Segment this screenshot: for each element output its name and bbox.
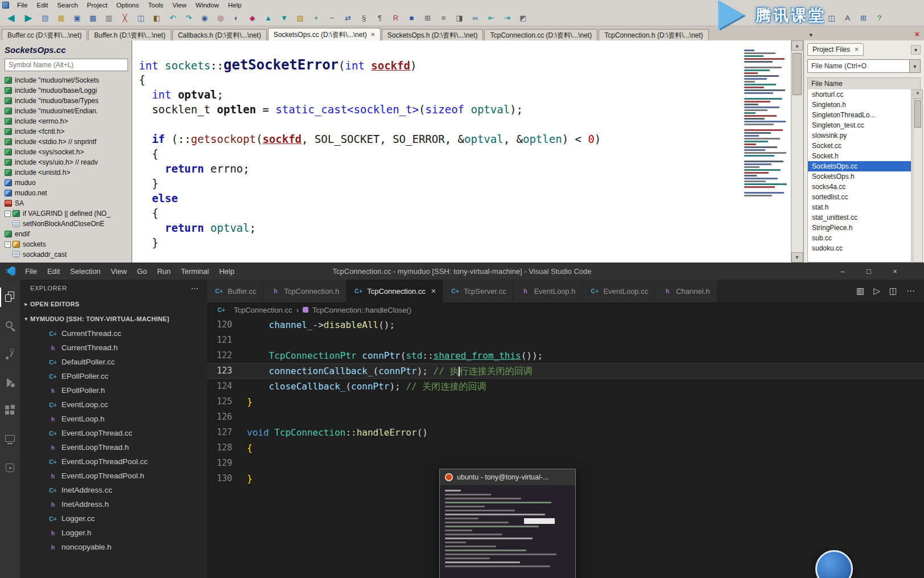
project-files-tab[interactable]: Project Files × <box>807 43 864 56</box>
menu-item-file[interactable]: File <box>20 267 42 276</box>
line-number[interactable]: 122 <box>207 348 232 363</box>
symbol-item[interactable]: include <sys/socket.h> <box>5 147 128 157</box>
open-project-icon[interactable]: ▧ <box>292 11 308 24</box>
explorer-file[interactable]: hnoncopyable.h <box>20 540 207 554</box>
save-icon[interactable]: ▣ <box>69 11 85 24</box>
scrollbar-thumb[interactable] <box>793 53 802 95</box>
breadcrumb[interactable]: C+ TcpConnection.cc › TcpConnection::han… <box>207 302 924 317</box>
save-all-icon[interactable]: ▩ <box>85 11 101 24</box>
explorer-file[interactable]: hEventLoopThreadPool.h <box>20 469 207 483</box>
find-in-files-icon[interactable]: ◎ <box>213 11 228 24</box>
source-control-icon[interactable] <box>0 340 20 368</box>
bookmark-icon[interactable]: ◆ <box>245 11 260 24</box>
file-tab[interactable]: TcpConnection.cc (D:\资料\...\net) <box>484 29 597 41</box>
code-line[interactable]: 122 TcpConnectionPtr connPtr(std::shared… <box>207 348 924 363</box>
symbol-item[interactable]: include <fcntl.h> <box>5 126 128 137</box>
close-tab-icon[interactable]: × <box>431 286 436 296</box>
line-number[interactable]: 128 <box>207 440 232 456</box>
forward-icon[interactable]: ▶ <box>20 11 37 24</box>
explorer-icon[interactable] <box>0 283 20 311</box>
menu-item-window[interactable]: Window <box>191 1 224 9</box>
code-line[interactable]: 127void TcpConnection::handleError() <box>207 425 924 440</box>
scroll-up-icon[interactable]: ▲ <box>791 40 803 51</box>
copy-icon[interactable]: ◫ <box>133 11 148 24</box>
file-name-column-header[interactable]: File Name <box>807 77 921 90</box>
project-file-row[interactable]: Singleton.h <box>808 100 911 110</box>
link-icon[interactable]: ∞ <box>468 11 483 24</box>
code-line[interactable]: 126 <box>207 409 924 425</box>
scroll-down-icon[interactable]: ▼ <box>791 252 803 263</box>
symbol-item[interactable]: muduo <box>5 178 128 188</box>
grid-icon[interactable]: ⊞ <box>856 11 871 24</box>
code-line[interactable]: } <box>139 235 601 250</box>
line-number[interactable]: 124 <box>207 379 232 394</box>
line-number[interactable]: 130 <box>207 471 232 486</box>
symbol-item[interactable]: muduo.net <box>5 188 128 198</box>
preview-title-bar[interactable]: ubuntu - tony@tony-virtual-... <box>440 469 575 486</box>
project-file-row[interactable]: sub.cc <box>808 233 911 243</box>
properties-icon[interactable]: ◩ <box>515 11 531 24</box>
symbol-item[interactable]: include "muduo/net/Endian. <box>5 106 128 116</box>
explorer-file[interactable]: hLogger.h <box>20 526 207 540</box>
code-line[interactable]: { <box>139 206 601 220</box>
symbol-item[interactable]: include "muduo/net/Sockets <box>5 75 128 85</box>
symbol-item[interactable]: −if VALGRIND || defined (NO_ <box>5 208 128 219</box>
explorer-file[interactable]: C+Logger.cc <box>20 511 207 526</box>
collapse-icon[interactable]: − <box>5 211 11 217</box>
code-line[interactable]: { <box>139 72 601 87</box>
project-file-row[interactable]: stat_unittest.cc <box>808 212 911 223</box>
si-code-editor[interactable]: int sockets::getSocketError(int sockfd){… <box>133 40 791 263</box>
add-to-project-icon[interactable]: + <box>308 11 324 24</box>
symbol-item[interactable]: sockaddr_cast <box>5 249 128 260</box>
run-debug-icon[interactable] <box>0 368 20 397</box>
symbol-item[interactable]: include <stdio.h> // snprintf <box>5 137 128 147</box>
paste-icon[interactable]: ◧ <box>149 11 164 24</box>
search-icon[interactable] <box>0 311 20 340</box>
editor-tab[interactable]: C+EventLoop.cc <box>583 280 655 302</box>
symbol-item[interactable]: include <errno.h> <box>5 116 128 126</box>
menu-item-help[interactable]: Help <box>224 1 246 9</box>
code-line[interactable]: } <box>139 176 601 191</box>
extensions-icon[interactable] <box>0 397 20 425</box>
file-tab[interactable]: Buffer.cc (D:\资料\...\net) <box>2 29 87 41</box>
close-tab-icon[interactable]: × <box>371 31 375 39</box>
breadcrumb-symbol[interactable]: TcpConnection::handleClose() <box>312 306 411 314</box>
tile-windows-icon[interactable]: ◫ <box>824 11 839 24</box>
menu-item-file[interactable]: File <box>13 1 32 9</box>
undo-icon[interactable]: ↶ <box>165 11 180 24</box>
menu-item-view[interactable]: View <box>168 1 191 9</box>
close-window-icon[interactable]: × <box>915 30 919 39</box>
code-line[interactable]: 120 channel_->disableAll(); <box>207 317 924 333</box>
line-number[interactable]: 129 <box>207 456 232 471</box>
editor-tab[interactable]: hTcpConnection.h <box>263 280 346 302</box>
project-file-row[interactable]: slowsink.py <box>808 130 911 141</box>
explorer-file[interactable]: C+EPollPoller.cc <box>20 369 207 383</box>
remove-from-project-icon[interactable]: − <box>324 11 340 24</box>
code-line[interactable]: return optval; <box>139 220 601 235</box>
layout-icon[interactable]: ▥ <box>856 286 864 296</box>
editor-tab[interactable]: C+TcpServer.cc <box>443 280 513 302</box>
project-file-row[interactable]: stat.h <box>808 202 911 212</box>
minimize-button[interactable]: – <box>830 263 856 280</box>
code-line[interactable]: 124 closeCallback_(connPtr); // 关闭连接的回调 <box>207 379 924 394</box>
line-number[interactable]: 127 <box>207 425 232 440</box>
cut-icon[interactable]: ╳ <box>117 11 133 24</box>
prev-file-icon[interactable]: ⇤ <box>484 11 499 24</box>
table-icon[interactable]: ⊞ <box>420 11 435 24</box>
scroll-up-icon[interactable]: ▲ <box>913 90 922 99</box>
menu-item-selection[interactable]: Selection <box>65 267 105 276</box>
code-line[interactable]: return errno; <box>139 161 601 176</box>
code-line[interactable]: 121 <box>207 333 924 348</box>
code-line[interactable]: socklen_t optlen = static_cast<socklen_t… <box>139 102 601 117</box>
file-tab[interactable]: SocketsOps.cc (D:\资料\...\net)× <box>268 28 381 41</box>
scrollbar-thumb[interactable] <box>914 100 921 128</box>
line-number[interactable]: 121 <box>207 333 232 348</box>
relation-window-icon[interactable]: R <box>388 11 403 24</box>
line-number[interactable]: 120 <box>207 317 232 333</box>
project-file-row[interactable]: Socket.h <box>808 151 911 161</box>
explorer-file[interactable]: hInetAddress.h <box>20 497 207 511</box>
project-file-row[interactable]: SocketsOps.cc <box>808 161 911 171</box>
help-icon[interactable]: ? <box>872 11 887 24</box>
columns-icon[interactable]: ◨ <box>452 11 467 24</box>
menu-item-go[interactable]: Go <box>132 267 152 276</box>
